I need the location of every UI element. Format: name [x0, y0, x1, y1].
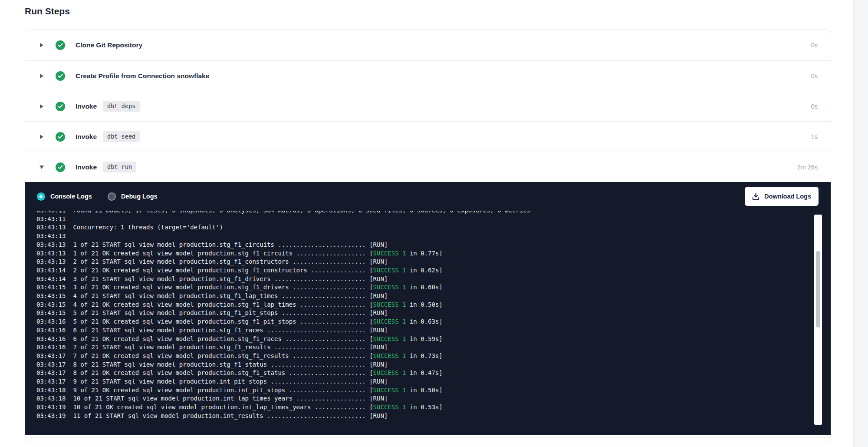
step-row-invoke-dbt-seed[interactable]: Invoke dbt seed 1s — [25, 121, 831, 152]
log-timestamp: 03:43:13 — [36, 258, 66, 265]
log-timestamp: 03:43:13 — [36, 250, 66, 257]
log-text: 3 of 21 START sql view model production.… — [73, 275, 388, 282]
download-logs-label: Download Logs — [764, 193, 811, 200]
log-timestamp: 03:43:13 — [36, 232, 66, 239]
log-panel-header: Console Logs Debug Logs Download Logs — [25, 182, 831, 211]
radio-unselected-icon[interactable] — [108, 192, 116, 201]
log-text: 2 of 21 OK created sql view model produc… — [73, 267, 373, 274]
console-log-viewport[interactable]: 03:43:11Found 21 models, 17 tests, 0 sna… — [25, 211, 831, 435]
log-timestamp: 03:43:16 — [36, 335, 66, 342]
step-duration: 0s — [811, 42, 818, 49]
log-timestamp: 03:43:18 — [36, 387, 66, 394]
step-label: Invoke — [76, 163, 97, 171]
caret-down-icon — [39, 166, 44, 169]
console-log-lines: 03:43:11Found 21 models, 17 tests, 0 sna… — [36, 211, 831, 421]
log-line: 03:43:1910 of 21 OK created sql view mod… — [36, 403, 831, 412]
log-success-text: SUCCESS 1 — [373, 250, 406, 257]
log-text: in 0.53s] — [406, 404, 442, 411]
log-line: 03:43:143 of 21 START sql view model pro… — [36, 275, 831, 284]
log-timestamp: 03:43:15 — [36, 301, 66, 308]
step-row-create-profile[interactable]: Create Profile from Connection snowflake… — [25, 60, 831, 91]
log-text: 11 of 21 START sql view model production… — [73, 412, 388, 419]
log-timestamp: 03:43:17 — [36, 352, 66, 359]
card-bottom-divider — [25, 437, 831, 443]
log-text: 5 of 21 OK created sql view model produc… — [73, 318, 373, 325]
log-panel: Console Logs Debug Logs Download Logs — [25, 182, 831, 435]
log-timestamp: 03:43:18 — [36, 395, 66, 402]
scrollbar-track[interactable] — [814, 215, 822, 425]
check-circle-icon — [56, 102, 65, 111]
step-command-chip: dbt seed — [103, 131, 140, 142]
check-circle-icon — [56, 71, 65, 81]
log-text: 9 of 21 START sql view model production.… — [73, 378, 388, 385]
log-text: 8 of 21 OK created sql view model produc… — [73, 369, 373, 376]
log-timestamp: 03:43:11 — [36, 211, 66, 214]
collapse-button[interactable] — [38, 166, 45, 169]
expand-button[interactable] — [38, 135, 45, 139]
log-line: 03:43:13 — [36, 232, 831, 241]
log-text: in 0.77s] — [406, 250, 442, 257]
log-line: 03:43:131 of 21 START sql view model pro… — [36, 241, 831, 249]
download-icon — [752, 193, 760, 200]
log-timestamp: 03:43:11 — [36, 215, 66, 222]
caret-right-icon — [40, 74, 43, 78]
log-timestamp: 03:43:14 — [36, 267, 66, 274]
radio-selected-icon[interactable] — [37, 192, 45, 201]
check-circle-icon — [56, 40, 65, 50]
log-timestamp: 03:43:19 — [36, 412, 66, 419]
log-text: 10 of 21 START sql view model production… — [73, 395, 388, 402]
radio-debug-logs[interactable]: Debug Logs — [108, 192, 158, 201]
log-text: 2 of 21 START sql view model production.… — [73, 258, 388, 265]
expand-button[interactable] — [38, 74, 45, 78]
log-text: 7 of 21 OK created sql view model produc… — [73, 352, 373, 359]
log-line: 03:43:154 of 21 OK created sql view mode… — [36, 301, 831, 309]
log-timestamp: 03:43:15 — [36, 309, 66, 316]
step-duration: 2m 26s — [797, 164, 818, 171]
log-line: 03:43:178 of 21 START sql view model pro… — [36, 361, 831, 369]
step-row-clone-git-repository[interactable]: Clone Git Repository 0s — [25, 30, 831, 60]
log-line: 03:43:153 of 21 OK created sql view mode… — [36, 283, 831, 292]
step-command-chip: dbt run — [103, 162, 136, 172]
scrollbar-thumb[interactable] — [816, 251, 820, 328]
step-duration: 0s — [811, 103, 818, 110]
log-line: 03:43:11Found 21 models, 17 tests, 0 sna… — [36, 211, 831, 215]
log-line: 03:43:179 of 21 START sql view model pro… — [36, 377, 831, 386]
caret-right-icon — [40, 135, 43, 139]
log-line: 03:43:142 of 21 OK created sql view mode… — [36, 266, 831, 275]
log-text: Concurrency: 1 threads (target='default'… — [73, 224, 223, 231]
radio-console-logs[interactable]: Console Logs — [37, 192, 92, 201]
log-timestamp: 03:43:19 — [36, 404, 66, 411]
caret-right-icon — [40, 43, 43, 47]
log-line: 03:43:132 of 21 START sql view model pro… — [36, 258, 831, 266]
log-timestamp: 03:43:14 — [36, 275, 66, 282]
log-line: 03:43:11 — [36, 215, 831, 224]
log-timestamp: 03:43:15 — [36, 284, 66, 291]
log-line: 03:43:189 of 21 OK created sql view mode… — [36, 386, 831, 395]
log-timestamp: 03:43:13 — [36, 241, 66, 248]
steps-card: Clone Git Repository 0s Create Profile f… — [25, 30, 831, 443]
expand-button[interactable] — [38, 104, 45, 109]
log-text: 7 of 21 START sql view model production.… — [73, 344, 388, 351]
log-text: 5 of 21 START sql view model production.… — [73, 309, 388, 316]
log-text: 8 of 21 START sql view model production.… — [73, 361, 388, 368]
log-line: 03:43:155 of 21 START sql view model pro… — [36, 309, 831, 318]
step-duration: 0s — [811, 73, 818, 79]
radio-label: Console Logs — [50, 193, 92, 200]
step-row-invoke-dbt-run[interactable]: Invoke dbt run 2m 26s — [25, 152, 831, 182]
log-text: in 0.63s] — [406, 318, 442, 325]
log-success-text: SUCCESS 1 — [373, 318, 406, 325]
log-text: in 0.60s] — [406, 284, 442, 291]
log-timestamp: 03:43:17 — [36, 369, 66, 376]
log-line: 03:43:131 of 21 OK created sql view mode… — [36, 249, 831, 258]
download-logs-button[interactable]: Download Logs — [745, 187, 819, 206]
log-success-text: SUCCESS 1 — [373, 387, 406, 394]
log-success-text: SUCCESS 1 — [373, 284, 406, 291]
step-row-invoke-dbt-deps[interactable]: Invoke dbt deps 0s — [25, 91, 831, 121]
log-success-text: SUCCESS 1 — [373, 352, 406, 359]
expand-button[interactable] — [38, 43, 45, 47]
log-text: 1 of 21 START sql view model production.… — [73, 241, 388, 248]
log-line: 03:43:1810 of 21 START sql view model pr… — [36, 394, 831, 403]
log-timestamp: 03:43:15 — [36, 292, 66, 299]
step-label: Invoke — [76, 103, 97, 110]
log-line: 03:43:13Concurrency: 1 threads (target='… — [36, 223, 831, 232]
